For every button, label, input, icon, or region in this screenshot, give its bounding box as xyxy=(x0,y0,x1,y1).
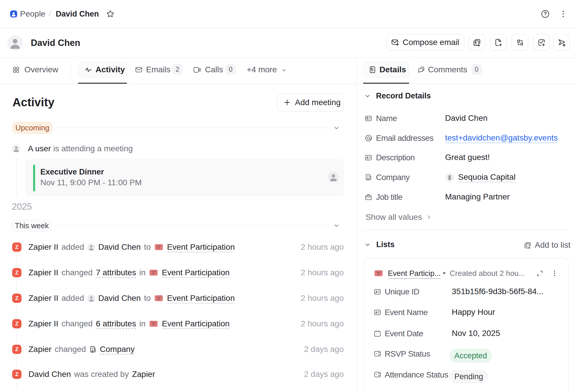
svg-text:ONE: ONE xyxy=(157,298,161,300)
svg-text:ONE: ONE xyxy=(377,273,380,275)
svg-text:ONE: ONE xyxy=(152,273,156,274)
svg-text:ONE: ONE xyxy=(152,324,156,326)
svg-text:ONE: ONE xyxy=(157,247,161,249)
